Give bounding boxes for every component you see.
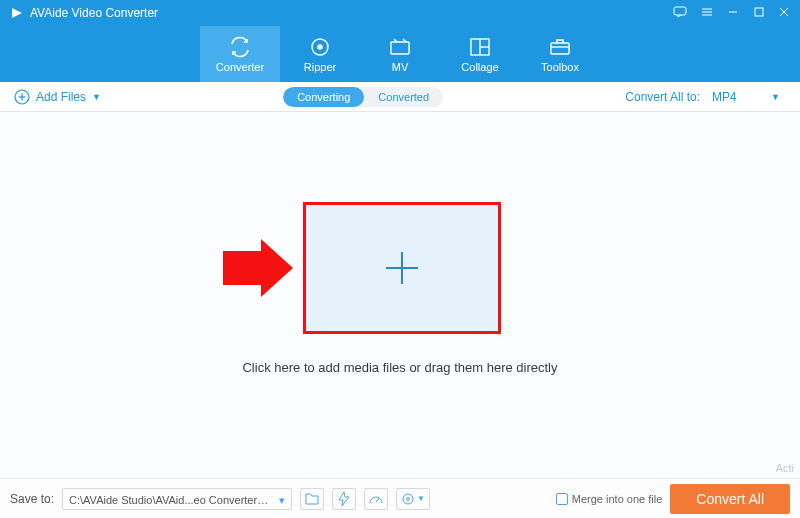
hw-accel-button[interactable] xyxy=(332,488,356,510)
convert-all-label: Convert All xyxy=(696,491,764,507)
close-button[interactable] xyxy=(778,6,790,21)
nav-label: Ripper xyxy=(304,61,336,73)
settings-button[interactable]: ▼ xyxy=(396,488,430,510)
app-title: AVAide Video Converter xyxy=(30,6,158,20)
folder-icon xyxy=(305,493,319,505)
tab-converted[interactable]: Converted xyxy=(364,87,443,107)
gear-icon xyxy=(401,492,415,506)
sub-toolbar: Add Files ▼ Converting Converted Convert… xyxy=(0,82,800,112)
svg-point-24 xyxy=(407,497,410,500)
svg-rect-6 xyxy=(755,8,763,16)
add-files-label: Add Files xyxy=(36,90,86,104)
tutorial-arrow-icon xyxy=(223,239,293,297)
titlebar: AVAide Video Converter xyxy=(0,0,800,26)
svg-rect-15 xyxy=(551,43,569,54)
app-logo: AVAide Video Converter xyxy=(10,6,158,20)
footer-bar: Save to: C:\AVAide Studio\AVAid...eo Con… xyxy=(0,478,800,518)
open-folder-button[interactable] xyxy=(300,488,324,510)
nav-label: Toolbox xyxy=(541,61,579,73)
checkbox-icon xyxy=(556,493,568,505)
nav-label: Collage xyxy=(461,61,498,73)
maximize-button[interactable] xyxy=(753,6,765,21)
mv-icon xyxy=(389,35,411,59)
svg-marker-20 xyxy=(223,239,293,297)
bolt-icon xyxy=(338,492,350,506)
converter-icon xyxy=(228,35,252,59)
ripper-icon xyxy=(309,35,331,59)
chevron-down-icon: ▼ xyxy=(92,92,101,102)
svg-rect-1 xyxy=(674,7,686,15)
svg-rect-11 xyxy=(391,42,409,54)
collage-icon xyxy=(470,35,490,59)
nav-collage[interactable]: Collage xyxy=(440,26,520,82)
svg-point-23 xyxy=(403,494,413,504)
tab-converting[interactable]: Converting xyxy=(283,87,364,107)
feedback-icon[interactable] xyxy=(673,6,687,21)
svg-marker-0 xyxy=(12,8,22,18)
plus-icon xyxy=(386,252,418,284)
convert-all-to-label: Convert All to: xyxy=(625,90,700,104)
svg-point-10 xyxy=(318,45,322,49)
watermark-text: Acti xyxy=(776,462,794,474)
nav-mv[interactable]: MV xyxy=(360,26,440,82)
svg-line-22 xyxy=(376,498,379,502)
svg-marker-21 xyxy=(339,492,349,506)
plus-circle-icon xyxy=(14,89,30,105)
merge-checkbox[interactable]: Merge into one file xyxy=(556,493,663,505)
chevron-down-icon: ▼ xyxy=(417,494,425,503)
nav-ripper[interactable]: Ripper xyxy=(280,26,360,82)
window-controls xyxy=(663,6,790,21)
convert-status-tabs: Converting Converted xyxy=(283,87,443,107)
save-path-dropdown[interactable]: C:\AVAide Studio\AVAid...eo Converter\Co… xyxy=(62,488,292,510)
nav-label: Converter xyxy=(216,61,264,73)
output-format-value: MP4 xyxy=(712,90,737,104)
add-files-button[interactable]: Add Files ▼ xyxy=(14,89,101,105)
add-media-dropzone[interactable] xyxy=(303,202,501,334)
speed-icon xyxy=(368,493,384,505)
convert-all-button[interactable]: Convert All xyxy=(670,484,790,514)
output-format-dropdown[interactable]: MP4 ▼ xyxy=(706,88,786,106)
minimize-button[interactable] xyxy=(727,6,739,21)
merge-label: Merge into one file xyxy=(572,493,663,505)
main-nav: Converter Ripper MV Collage xyxy=(0,26,800,82)
nav-label: MV xyxy=(392,61,409,73)
nav-converter[interactable]: Converter xyxy=(200,26,280,82)
hi-speed-button[interactable] xyxy=(364,488,388,510)
nav-toolbox[interactable]: Toolbox xyxy=(520,26,600,82)
menu-icon[interactable] xyxy=(700,6,714,21)
chevron-down-icon: ▼ xyxy=(771,92,780,102)
main-area: Click here to add media files or drag th… xyxy=(0,112,800,478)
save-to-label: Save to: xyxy=(10,492,54,506)
toolbox-icon xyxy=(549,35,571,59)
convert-all-to: Convert All to: MP4 ▼ xyxy=(625,88,786,106)
dropzone-hint: Click here to add media files or drag th… xyxy=(0,360,800,375)
app-logo-icon xyxy=(10,6,24,20)
